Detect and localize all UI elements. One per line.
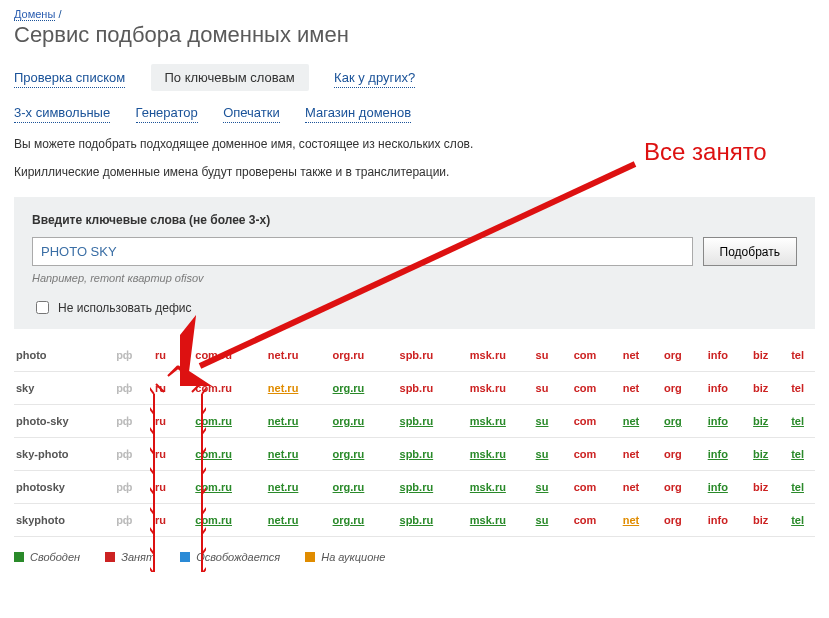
zone-cell-biz: biz [741, 339, 780, 372]
submit-button[interactable]: Подобрать [703, 237, 797, 266]
tab-others[interactable]: Как у других? [334, 68, 415, 88]
zone-cell-com-ru[interactable]: com.ru [176, 471, 251, 504]
domain-name-cell: photosky [14, 471, 104, 504]
zone-cell-tel: tel [780, 339, 815, 372]
zone-cell-org-ru: org.ru [315, 339, 381, 372]
zone-cell-biz: biz [741, 504, 780, 537]
zone-cell-msk-ru[interactable]: msk.ru [451, 471, 525, 504]
domain-name-cell: photo-sky [14, 405, 104, 438]
zone-cell-net-ru[interactable]: net.ru [251, 438, 315, 471]
zone-cell-com-ru[interactable]: com.ru [176, 504, 251, 537]
tab-typos[interactable]: Опечатки [223, 103, 280, 123]
tabs-secondary: 3-х символьные Генератор Опечатки Магази… [14, 103, 815, 123]
legend: Свободен Занят Освобождается На аукционе [14, 551, 815, 564]
domain-name-cell: skyphoto [14, 504, 104, 537]
zone-cell-spb-ru: spb.ru [382, 339, 451, 372]
zone-cell-net-ru: net.ru [251, 339, 315, 372]
tab-generator[interactable]: Генератор [136, 103, 198, 123]
zone-cell-com: com [559, 405, 610, 438]
zone-cell-spb-ru[interactable]: spb.ru [382, 504, 451, 537]
zone-cell-com-ru[interactable]: com.ru [176, 405, 251, 438]
zone-cell-msk-ru[interactable]: msk.ru [451, 504, 525, 537]
zone-cell-org: org [651, 471, 694, 504]
zone-cell-info[interactable]: info [694, 438, 741, 471]
keywords-input[interactable] [32, 237, 693, 266]
zone-cell-biz[interactable]: biz [741, 405, 780, 438]
no-hyphen-option[interactable]: Не использовать дефис [32, 298, 797, 317]
breadcrumb: Домены / [14, 8, 815, 20]
tab-keywords[interactable]: По ключевым словам [151, 64, 309, 91]
zone-cell-рф: рф [104, 471, 145, 504]
zone-cell-net-ru[interactable]: net.ru [251, 405, 315, 438]
zone-cell-net-ru[interactable]: net.ru [251, 504, 315, 537]
legend-releasing: Освобождается [180, 551, 280, 563]
zone-cell-org: org [651, 504, 694, 537]
zone-cell-su[interactable]: su [525, 405, 560, 438]
zone-cell-net[interactable]: net [610, 405, 651, 438]
zone-cell-рф: рф [104, 405, 145, 438]
tab-shop[interactable]: Магазин доменов [305, 103, 411, 123]
zone-cell-com: com [559, 339, 610, 372]
table-row: photo-skyрфrucom.runet.ruorg.ruspb.rumsk… [14, 405, 815, 438]
zone-cell-su[interactable]: su [525, 438, 560, 471]
zone-cell-tel[interactable]: tel [780, 471, 815, 504]
zone-cell-com-ru[interactable]: com.ru [176, 438, 251, 471]
domain-name-cell: sky [14, 372, 104, 405]
zone-cell-org-ru[interactable]: org.ru [315, 405, 381, 438]
zone-cell-com: com [559, 438, 610, 471]
zone-cell-com-ru: com.ru [176, 372, 251, 405]
zone-cell-su[interactable]: su [525, 471, 560, 504]
zone-cell-net[interactable]: net [610, 504, 651, 537]
breadcrumb-sep: / [58, 8, 61, 20]
domain-name-cell: sky-photo [14, 438, 104, 471]
no-hyphen-label: Не использовать дефис [58, 301, 192, 315]
zone-cell-info[interactable]: info [694, 405, 741, 438]
legend-free: Свободен [14, 551, 80, 563]
zone-cell-ru: ru [145, 471, 177, 504]
zone-cell-msk-ru[interactable]: msk.ru [451, 405, 525, 438]
zone-cell-spb-ru: spb.ru [382, 372, 451, 405]
zone-cell-net: net [610, 339, 651, 372]
no-hyphen-checkbox[interactable] [36, 301, 49, 314]
zone-cell-рф: рф [104, 438, 145, 471]
zone-cell-su: su [525, 372, 560, 405]
description-2: Кириллические доменные имена будут прове… [14, 165, 815, 179]
zone-cell-biz[interactable]: biz [741, 438, 780, 471]
zone-cell-tel[interactable]: tel [780, 504, 815, 537]
tab-list[interactable]: Проверка списком [14, 68, 125, 88]
zone-cell-info[interactable]: info [694, 471, 741, 504]
zone-cell-com: com [559, 504, 610, 537]
table-row: photoskyрфrucom.runet.ruorg.ruspb.rumsk.… [14, 471, 815, 504]
zone-cell-org-ru[interactable]: org.ru [315, 372, 381, 405]
search-panel: Введите ключевые слова (не более 3-х) По… [14, 197, 815, 329]
breadcrumb-root[interactable]: Домены [14, 8, 55, 21]
tabs-primary: Проверка списком По ключевым словам Как … [14, 64, 815, 91]
zone-cell-msk-ru[interactable]: msk.ru [451, 438, 525, 471]
zone-cell-org-ru[interactable]: org.ru [315, 438, 381, 471]
zone-cell-tel[interactable]: tel [780, 438, 815, 471]
zone-cell-net: net [610, 372, 651, 405]
zone-cell-ru: ru [145, 504, 177, 537]
legend-auction: На аукционе [305, 551, 385, 563]
zone-cell-ru: ru [145, 405, 177, 438]
search-hint: Например, remont квартир ofisov [32, 272, 797, 284]
zone-cell-spb-ru[interactable]: spb.ru [382, 438, 451, 471]
zone-cell-ru: ru [145, 339, 177, 372]
zone-cell-net-ru[interactable]: net.ru [251, 372, 315, 405]
zone-cell-msk-ru: msk.ru [451, 372, 525, 405]
zone-cell-рф: рф [104, 504, 145, 537]
zone-cell-net-ru[interactable]: net.ru [251, 471, 315, 504]
zone-cell-org-ru[interactable]: org.ru [315, 471, 381, 504]
zone-cell-org[interactable]: org [651, 405, 694, 438]
zone-cell-su[interactable]: su [525, 504, 560, 537]
results-table: photoрфrucom.runet.ruorg.ruspb.rumsk.rus… [14, 339, 815, 537]
tab-three-char[interactable]: 3-х символьные [14, 103, 110, 123]
zone-cell-tel[interactable]: tel [780, 405, 815, 438]
zone-cell-com-ru: com.ru [176, 339, 251, 372]
zone-cell-spb-ru[interactable]: spb.ru [382, 471, 451, 504]
zone-cell-ru: ru [145, 438, 177, 471]
zone-cell-org-ru[interactable]: org.ru [315, 504, 381, 537]
domain-name-cell: photo [14, 339, 104, 372]
zone-cell-spb-ru[interactable]: spb.ru [382, 405, 451, 438]
description-1: Вы можете подобрать подходящее доменное … [14, 137, 815, 151]
